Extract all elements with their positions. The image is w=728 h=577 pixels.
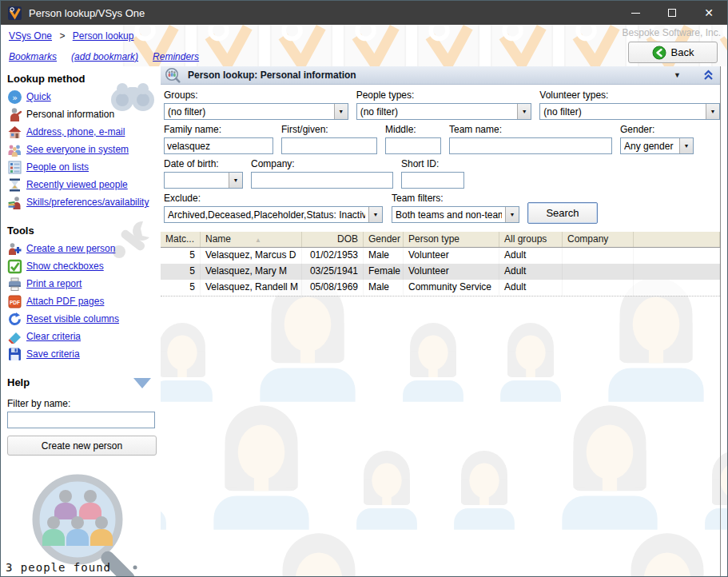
breadcrumb-home-link[interactable]: VSys One (9, 30, 52, 42)
tools-item-show-checkboxes[interactable]: Show checkboxes (7, 257, 161, 275)
breadcrumb: VSys One > Person lookup (9, 30, 133, 42)
add-bookmark-link[interactable]: (add bookmark) (71, 51, 138, 62)
create-new-person-button[interactable]: Create new person (7, 436, 157, 456)
company-input[interactable] (251, 172, 393, 189)
minimize-button[interactable] (617, 1, 654, 25)
chevron-down-icon: ▼ (517, 104, 531, 119)
groups-select[interactable]: (no filter)▼ (164, 103, 348, 120)
cell-dob: 03/25/1941 (302, 264, 364, 280)
maximize-button[interactable] (654, 1, 690, 25)
chevron-down-icon: ▼ (368, 207, 382, 222)
checkbox-icon (7, 259, 22, 274)
column-header-match[interactable]: Matc... (161, 232, 201, 247)
window-title: Person lookup/VSys One (29, 7, 145, 19)
column-header-spacer (634, 232, 720, 247)
minimize-icon (631, 13, 640, 14)
tools-title: Tools (7, 225, 161, 237)
column-header-dob[interactable]: DOB (302, 232, 364, 247)
table-row[interactable]: 5 Velasquez, Randell M 05/08/1969 Male C… (161, 280, 720, 296)
gender-label: Gender: (620, 124, 694, 135)
tools-item-create-person[interactable]: Create a new person (7, 240, 161, 257)
tools-item-label: Reset visible columns (26, 313, 119, 324)
breadcrumb-separator: > (59, 30, 65, 42)
bookmarks-link[interactable]: Bookmarks (9, 51, 57, 62)
cell-name: Velasquez, Marcus D (201, 248, 302, 264)
chevron-down-icon: ▼ (229, 173, 242, 188)
sidebar-item-label: Recently viewed people (26, 179, 128, 190)
panel-header: Person lookup: Personal information ▼ (161, 66, 720, 85)
back-button[interactable]: Back (628, 42, 718, 63)
people-types-label: People types: (356, 90, 532, 101)
company-label: Bespoke Software, Inc. (623, 27, 721, 38)
sidebar-item-label: Quick (26, 91, 51, 102)
sidebar-item-skills-preferences[interactable]: Skills/preferences/availability (7, 193, 161, 211)
close-icon: ✕ (704, 7, 714, 18)
sidebar-item-see-everyone[interactable]: See everyone in system (7, 141, 161, 158)
groups-label: Groups: (164, 90, 348, 101)
lookup-method-title: Lookup method (7, 73, 161, 85)
volunteer-types-label: Volunteer types: (539, 90, 720, 101)
tools-item-label: Create a new person (26, 243, 115, 254)
breadcrumb-current-link[interactable]: Person lookup (73, 30, 134, 42)
sidebar-item-label: People on lists (26, 161, 89, 173)
column-header-person-type[interactable]: Person type (404, 232, 499, 247)
app-window: Person lookup/VSys One ✕ VSys One > Pers… (0, 0, 728, 577)
column-header-gender[interactable]: Gender (364, 232, 404, 247)
middle-input[interactable] (385, 137, 441, 154)
date-of-birth-label: Date of birth: (164, 158, 243, 169)
first-given-label: First/given: (281, 124, 377, 135)
cell-dob: 05/08/1969 (302, 280, 364, 296)
help-title: Help (7, 376, 30, 388)
date-of-birth-select[interactable]: ▼ (164, 172, 243, 189)
tools-item-clear-criteria[interactable]: Clear criteria (7, 328, 161, 345)
collapse-help-icon[interactable] (133, 378, 151, 388)
filter-by-name-label: Filter by name: (7, 398, 161, 409)
people-types-select[interactable]: (no filter)▼ (356, 103, 532, 120)
svg-text:PDF: PDF (10, 299, 20, 304)
column-header-name[interactable]: Name▲ (201, 232, 302, 247)
chevron-down-icon: ▼ (334, 104, 348, 119)
team-name-input[interactable] (449, 137, 612, 154)
printer-icon (7, 277, 22, 292)
table-row[interactable]: 5 Velasquez, Mary M 03/25/1941 Female Vo… (161, 264, 720, 280)
tools-item-print-report[interactable]: Print a report (7, 275, 161, 292)
sidebar-item-recently-viewed[interactable]: Recently viewed people (7, 176, 161, 193)
company-label: Company: (251, 158, 393, 169)
sidebar-item-people-on-lists[interactable]: People on lists (7, 158, 161, 176)
back-button-label: Back (671, 46, 694, 58)
column-header-company[interactable]: Company (563, 232, 634, 247)
column-header-all-groups[interactable]: All groups (499, 232, 563, 247)
table-row[interactable]: 5 Velasquez, Marcus D 01/02/1953 Male Vo… (161, 248, 720, 264)
team-filters-select[interactable]: Both teams and non-teams▼ (392, 206, 519, 223)
search-button[interactable]: Search (527, 202, 598, 224)
exclude-select[interactable]: Archived,Deceased,Placeholder,Status: In… (164, 206, 383, 223)
short-id-input[interactable] (401, 172, 464, 189)
exclude-label: Exclude: (164, 193, 383, 204)
top-navigation: VSys One > Person lookup Bespoke Softwar… (1, 25, 727, 66)
collapse-panel-icon[interactable] (703, 70, 714, 81)
tools-item-save-criteria[interactable]: Save criteria (7, 345, 161, 363)
middle-label: Middle: (385, 124, 441, 135)
add-person-icon (7, 241, 22, 257)
family-name-input[interactable] (164, 137, 273, 154)
cell-company (563, 264, 634, 280)
sidebar-item-label: Personal information (26, 109, 114, 120)
sidebar-item-address-phone-email[interactable]: Address, phone, e-mail (7, 123, 161, 141)
sidebar-item-personal-information[interactable]: Personal information (7, 105, 161, 123)
volunteer-types-select[interactable]: (no filter)▼ (539, 103, 720, 120)
reminders-link[interactable]: Reminders (153, 51, 199, 62)
close-button[interactable]: ✕ (690, 1, 727, 25)
tools-item-reset-columns[interactable]: Reset visible columns (7, 310, 161, 328)
svg-text:»: » (12, 92, 18, 102)
panel-menu-caret-icon[interactable]: ▼ (658, 71, 697, 79)
table-header: Matc... Name▲ DOB Gender Person type All… (161, 232, 720, 248)
gender-select[interactable]: Any gender▼ (620, 137, 694, 154)
save-icon (7, 347, 22, 362)
sort-ascending-icon: ▲ (255, 237, 261, 244)
family-name-label: Family name: (164, 124, 273, 135)
sidebar-item-quick[interactable]: » Quick (7, 88, 161, 105)
tools-item-attach-pdf[interactable]: PDF Attach PDF pages (7, 292, 161, 310)
first-given-input[interactable] (281, 137, 377, 154)
cell-spacer (634, 280, 720, 296)
filter-by-name-input[interactable] (7, 412, 155, 428)
